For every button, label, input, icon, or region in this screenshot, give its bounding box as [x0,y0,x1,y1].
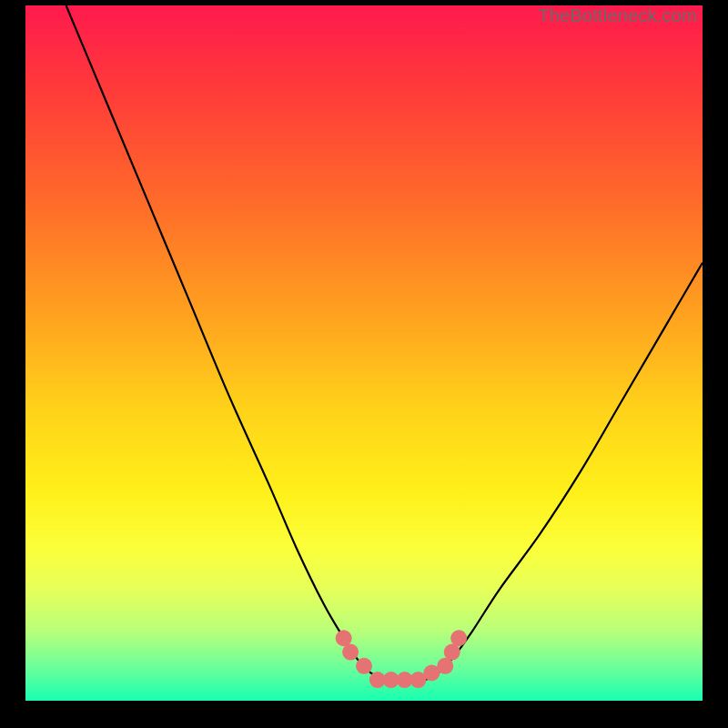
curve-layer [66,5,703,681]
bottleneck-curve-path [66,5,703,681]
plot-area: TheBottleneck.com [25,5,703,701]
valley-marker [444,644,460,661]
valley-marker [356,658,372,674]
valley-marker [342,644,359,661]
chart-frame: TheBottleneck.com [0,0,728,728]
valley-marker [450,630,467,646]
chart-svg [25,5,703,701]
valley-markers [336,630,467,688]
valley-marker [437,658,453,674]
valley-marker [336,630,352,646]
